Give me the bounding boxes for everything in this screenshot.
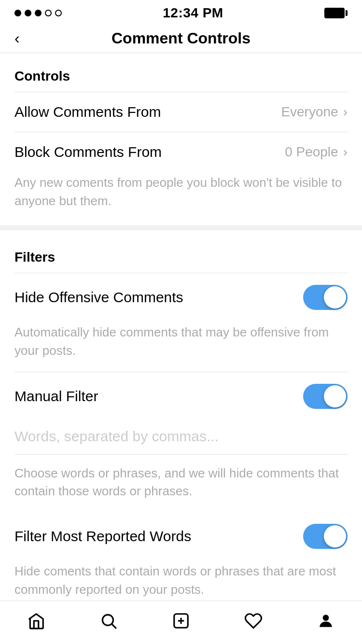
tab-home[interactable] — [12, 606, 60, 640]
section-divider — [0, 225, 362, 230]
home-icon — [27, 612, 45, 634]
controls-section-header: Controls — [0, 53, 362, 92]
svg-point-0 — [102, 615, 113, 625]
profile-icon — [317, 612, 335, 634]
signal-indicator — [14, 10, 62, 16]
manual-filter-placeholder: Words, separated by commas... — [14, 428, 219, 444]
allow-comments-label: Allow Comments From — [14, 104, 161, 120]
manual-filter-input-area[interactable]: Words, separated by commas... — [0, 420, 362, 454]
content-area: Controls Allow Comments From Everyone › … — [0, 53, 362, 620]
dot-1 — [14, 10, 21, 16]
block-comments-description: Any new coments from people you block wo… — [0, 172, 362, 222]
dot-4 — [45, 10, 52, 16]
hide-offensive-toggle[interactable] — [303, 285, 348, 310]
tab-bar — [0, 601, 362, 644]
tab-heart[interactable] — [229, 606, 278, 640]
page-title: Comment Controls — [39, 29, 323, 47]
block-chevron-icon: › — [343, 144, 348, 160]
toggle-knob-offensive — [324, 286, 346, 308]
hide-offensive-label: Hide Offensive Comments — [14, 289, 183, 306]
status-bar: 12:34 PM — [0, 0, 362, 24]
search-icon — [99, 612, 118, 634]
manual-filter-toggle[interactable] — [303, 384, 348, 409]
hide-offensive-description: Automatically hide comments that may be … — [0, 322, 362, 371]
allow-comments-right: Everyone › — [281, 104, 348, 120]
status-time: 12:34 PM — [163, 5, 223, 21]
svg-line-1 — [112, 624, 116, 629]
block-comments-label: Block Comments From — [14, 144, 162, 160]
battery-body — [324, 8, 345, 18]
dot-5 — [55, 10, 62, 16]
allow-comments-row[interactable]: Allow Comments From Everyone › — [0, 92, 362, 132]
tab-profile[interactable] — [302, 606, 350, 640]
svg-point-5 — [323, 615, 329, 621]
tab-add[interactable] — [157, 606, 205, 640]
add-icon — [172, 612, 190, 634]
toggle-knob-manual — [324, 385, 346, 407]
hide-offensive-row[interactable]: Hide Offensive Comments — [0, 273, 362, 322]
manual-filter-description: Choose words or phrases, and we will hid… — [0, 455, 362, 512]
tab-search[interactable] — [84, 606, 133, 640]
filter-reported-label: Filter Most Reported Words — [14, 528, 191, 545]
battery-indicator — [324, 8, 348, 18]
heart-icon — [244, 612, 263, 634]
nav-bar: ‹ Comment Controls — [0, 24, 362, 53]
filter-reported-toggle[interactable] — [303, 524, 348, 549]
manual-filter-row[interactable]: Manual Filter — [0, 372, 362, 420]
allow-comments-value: Everyone — [281, 104, 338, 120]
filters-section-header: Filters — [0, 234, 362, 273]
manual-filter-label: Manual Filter — [14, 388, 98, 405]
block-comments-value: 0 People — [285, 144, 338, 160]
dot-3 — [35, 10, 42, 16]
back-button[interactable]: ‹ — [14, 29, 39, 47]
dot-2 — [25, 10, 31, 16]
toggle-knob-reported — [324, 525, 346, 547]
block-comments-row[interactable]: Block Comments From 0 People › — [0, 132, 362, 172]
battery-tip — [346, 10, 348, 16]
filter-reported-row[interactable]: Filter Most Reported Words — [0, 512, 362, 560]
block-comments-right: 0 People › — [285, 144, 348, 160]
chevron-icon: › — [343, 104, 348, 120]
